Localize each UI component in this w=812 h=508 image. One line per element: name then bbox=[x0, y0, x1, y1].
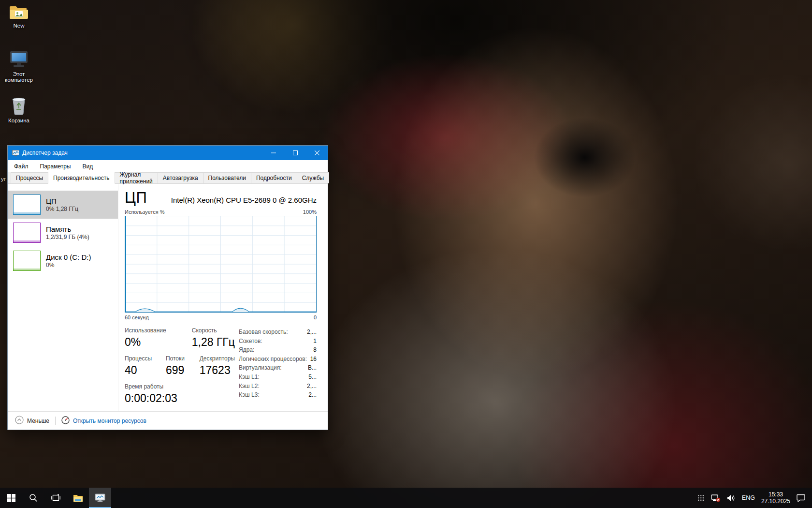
handles-label: Дескрипторы bbox=[200, 355, 235, 362]
tab-services[interactable]: Службы bbox=[297, 172, 329, 183]
search-button[interactable] bbox=[22, 488, 44, 508]
cpu-usage-chart-svg bbox=[125, 216, 316, 312]
sidebar-item-memory[interactable]: Память 1,2/31,9 ГБ (4%) bbox=[8, 219, 118, 247]
menu-view[interactable]: Вид bbox=[82, 163, 93, 170]
action-center-icon bbox=[797, 494, 805, 502]
desktop-icon-label: New bbox=[13, 23, 24, 29]
clock-date: 27.10.2025 bbox=[761, 498, 790, 505]
tab-startup[interactable]: Автозагрузка bbox=[158, 172, 203, 183]
tab-processes[interactable]: Процессы bbox=[11, 172, 48, 183]
footer-separator bbox=[55, 417, 56, 425]
chart-axis-bottom-left: 60 секунд bbox=[125, 314, 149, 320]
search-icon bbox=[29, 493, 38, 502]
file-explorer-button[interactable] bbox=[67, 488, 89, 508]
desktop-icon-label: Корзина bbox=[8, 118, 29, 123]
clock-time: 15:33 bbox=[761, 491, 790, 498]
clock[interactable]: 15:33 27.10.2025 bbox=[761, 491, 790, 505]
sidebar-disk-title: Диск 0 (C: D:) bbox=[46, 253, 91, 262]
recycle-bin-icon bbox=[0, 96, 38, 116]
handles-value: 17623 bbox=[200, 363, 235, 377]
usage-label: Использование bbox=[125, 327, 179, 334]
memory-thumbnail-chart bbox=[13, 223, 41, 243]
dotted-grid-icon bbox=[697, 494, 705, 502]
computer-icon bbox=[0, 50, 38, 70]
window-footer: Меньше Открыть монитор ресурсов bbox=[8, 411, 328, 430]
speed-value: 1,28 ГГц bbox=[192, 335, 235, 349]
cpu-model-name: Intel(R) Xeon(R) CPU E5-2689 0 @ 2.60GHz bbox=[171, 196, 317, 206]
chart-axis-bottom-right: 0 bbox=[314, 314, 317, 320]
desktop-icon-new-folder[interactable]: New bbox=[0, 4, 38, 29]
uptime-value: 0:00:02:03 bbox=[125, 391, 177, 405]
resource-monitor-gauge-icon bbox=[61, 416, 70, 426]
cpu-stats: Использование 0% Скорость 1,28 ГГц Проце… bbox=[125, 327, 317, 411]
chart-axis-top-left: Используется % bbox=[125, 209, 165, 215]
detail-row: Кэш L2: 2,... bbox=[239, 382, 317, 391]
threads-label: Потоки bbox=[166, 355, 187, 362]
maximize-button[interactable] bbox=[284, 146, 306, 160]
tab-users[interactable]: Пользователи bbox=[203, 172, 251, 183]
speed-label: Скорость bbox=[192, 327, 235, 334]
task-manager-taskbar-button[interactable] bbox=[89, 488, 111, 508]
task-manager-app-icon bbox=[12, 149, 19, 157]
file-explorer-icon bbox=[73, 494, 83, 502]
desktop-icon-this-pc[interactable]: Этот компьютер bbox=[0, 50, 38, 83]
performance-content: ЦП 0% 1,28 ГГц Память 1,2/31,9 ГБ (4%) bbox=[8, 184, 328, 411]
desktop-icon-label: Этот компьютер bbox=[5, 71, 33, 83]
task-view-icon bbox=[51, 494, 60, 502]
usage-value: 0% bbox=[125, 335, 179, 349]
task-manager-window: Диспетчер задач Файл Параметры Вид Проце… bbox=[7, 145, 328, 430]
processes-label: Процессы bbox=[125, 355, 153, 362]
menu-file[interactable]: Файл bbox=[14, 163, 29, 170]
detail-row: Базовая скорость: 2,... bbox=[239, 328, 317, 337]
taskbar: ENG 15:33 27.10.2025 bbox=[0, 488, 812, 508]
hidden-icons-button[interactable] bbox=[697, 494, 705, 502]
tab-details[interactable]: Подробности bbox=[251, 172, 297, 183]
detail-row: Кэш L3: 2... bbox=[239, 390, 317, 400]
volume-button[interactable] bbox=[727, 494, 736, 502]
menu-bar: Файл Параметры Вид bbox=[8, 160, 328, 172]
network-disconnected-icon bbox=[711, 494, 721, 502]
detail-row: Логических процессоров: 16 bbox=[239, 355, 317, 364]
performance-sidebar: ЦП 0% 1,28 ГГц Память 1,2/31,9 ГБ (4%) bbox=[8, 184, 118, 411]
detail-row: Виртуализация: В... bbox=[239, 363, 317, 373]
open-resource-monitor-link[interactable]: Открыть монитор ресурсов bbox=[61, 416, 146, 426]
sidebar-item-disk0[interactable]: Диск 0 (C: D:) 0% bbox=[8, 247, 118, 275]
sidebar-item-cpu[interactable]: ЦП 0% 1,28 ГГц bbox=[8, 191, 118, 219]
cpu-panel: ЦП Intel(R) Xeon(R) CPU E5-2689 0 @ 2.60… bbox=[118, 184, 328, 411]
cpu-usage-chart bbox=[125, 216, 317, 313]
close-button[interactable] bbox=[306, 146, 328, 160]
uptime-label: Время работы bbox=[125, 383, 177, 390]
threads-value: 699 bbox=[166, 363, 187, 377]
desktop-icon-recycle-bin[interactable]: Корзина bbox=[0, 96, 38, 123]
task-view-button[interactable] bbox=[44, 488, 67, 508]
window-title: Диспетчер задач bbox=[22, 149, 262, 156]
sidebar-cpu-subtitle: 0% 1,28 ГГц bbox=[46, 206, 78, 213]
minimize-button[interactable] bbox=[262, 146, 284, 160]
task-manager-icon bbox=[95, 493, 105, 503]
desktop-icon-label-fragment: уг bbox=[1, 176, 6, 182]
tab-app-history[interactable]: Журнал приложений bbox=[115, 172, 158, 183]
chevron-up-circle-icon bbox=[15, 416, 24, 426]
disk-thumbnail-chart bbox=[13, 251, 41, 271]
menu-options[interactable]: Параметры bbox=[40, 163, 71, 170]
processes-value: 40 bbox=[125, 363, 153, 377]
sidebar-memory-subtitle: 1,2/31,9 ГБ (4%) bbox=[46, 234, 89, 241]
system-tray: ENG 15:33 27.10.2025 bbox=[697, 488, 812, 508]
tab-performance[interactable]: Производительность bbox=[48, 172, 115, 184]
folder-icon bbox=[0, 4, 38, 21]
cpu-details-list: Базовая скорость: 2,... Сокетов: 1 Ядра:… bbox=[239, 327, 317, 411]
sidebar-disk-subtitle: 0% bbox=[46, 262, 91, 269]
sidebar-cpu-title: ЦП bbox=[46, 197, 78, 206]
language-indicator[interactable]: ENG bbox=[742, 494, 755, 501]
detail-row: Кэш L1: 5... bbox=[239, 373, 317, 382]
detail-row: Ядра: 8 bbox=[239, 345, 317, 355]
windows-logo-icon bbox=[7, 494, 15, 502]
speaker-icon bbox=[727, 494, 736, 502]
cpu-thumbnail-chart bbox=[13, 194, 41, 215]
window-titlebar[interactable]: Диспетчер задач bbox=[8, 146, 328, 160]
cpu-panel-title: ЦП bbox=[125, 190, 147, 206]
action-center-button[interactable] bbox=[797, 494, 805, 502]
start-button[interactable] bbox=[0, 488, 22, 508]
fewer-details-button[interactable]: Меньше bbox=[15, 416, 49, 426]
network-status-button[interactable] bbox=[711, 494, 721, 502]
